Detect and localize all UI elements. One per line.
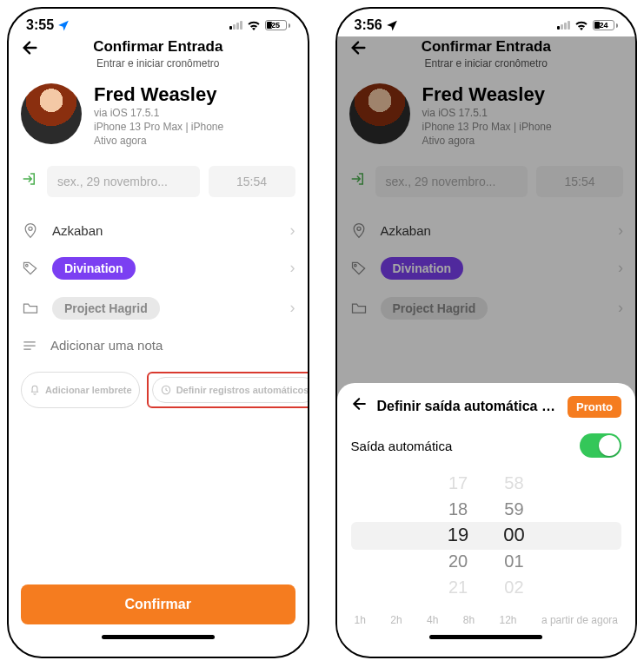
pin-icon bbox=[21, 221, 40, 239]
svg-point-1 bbox=[26, 264, 28, 267]
profile-section: Fred Weasley via iOS 17.5.1 iPhone 13 Pr… bbox=[21, 78, 295, 159]
tag-row[interactable]: Divination › bbox=[21, 248, 295, 288]
login-icon bbox=[21, 171, 38, 191]
auto-records-highlight: Definir registros automáticos bbox=[147, 372, 308, 408]
pin-icon bbox=[349, 221, 368, 239]
location-value: Azkaban bbox=[381, 223, 607, 238]
page-title: Confirmar Entrada bbox=[9, 38, 308, 56]
tag-row[interactable]: Divination › bbox=[349, 248, 624, 288]
folder-icon bbox=[349, 300, 368, 317]
status-bar: 3:55 25 bbox=[9, 9, 308, 36]
location-services-icon bbox=[57, 19, 70, 31]
location-row[interactable]: Azkaban › bbox=[349, 213, 624, 248]
avatar bbox=[349, 83, 410, 144]
quick-2h[interactable]: 2h bbox=[390, 614, 402, 626]
confirm-button[interactable]: Confirmar bbox=[21, 584, 295, 624]
project-pill: Project Hagrid bbox=[52, 297, 160, 320]
battery-icon: 24 bbox=[593, 20, 618, 30]
profile-os: via iOS 17.5.1 bbox=[422, 106, 552, 120]
time-picker[interactable]: 17 18 19 20 21 58 59 00 01 02 bbox=[351, 472, 622, 602]
project-row[interactable]: Project Hagrid › bbox=[349, 288, 624, 328]
toggle-label: Saída automática bbox=[351, 439, 453, 453]
time-field[interactable]: 15:54 bbox=[209, 166, 295, 197]
datetime-row: sex., 29 novembro... 15:54 bbox=[21, 166, 295, 197]
minute-column[interactable]: 58 59 00 01 02 bbox=[503, 472, 524, 600]
home-indicator[interactable] bbox=[429, 635, 542, 639]
phone-left: 3:55 25 Confirmar Entrada Entrar e inici… bbox=[7, 7, 309, 658]
chevron-right-icon: › bbox=[618, 221, 623, 240]
svg-point-0 bbox=[29, 227, 32, 230]
date-field[interactable]: sex., 29 novembro... bbox=[375, 166, 528, 197]
location-row[interactable]: Azkaban › bbox=[21, 213, 295, 248]
wifi-icon bbox=[574, 18, 588, 33]
cellular-signal-icon bbox=[229, 21, 242, 30]
svg-point-3 bbox=[356, 227, 360, 230]
note-row[interactable] bbox=[21, 328, 295, 363]
sheet-back-button[interactable] bbox=[351, 395, 368, 418]
chevron-right-icon: › bbox=[618, 299, 623, 317]
datetime-row: sex., 29 novembro... 15:54 bbox=[349, 166, 624, 197]
auto-records-chip[interactable]: Definir registros automáticos bbox=[152, 377, 308, 403]
quick-12h[interactable]: 12h bbox=[500, 614, 517, 626]
quick-now[interactable]: a partir de agora bbox=[541, 614, 618, 626]
chevron-right-icon: › bbox=[290, 299, 295, 317]
tag-icon bbox=[21, 260, 40, 277]
tag-pill: Divination bbox=[381, 257, 464, 280]
project-pill: Project Hagrid bbox=[381, 297, 488, 320]
page-title: Confirmar Entrada bbox=[337, 38, 636, 56]
profile-device: iPhone 13 Pro Max | iPhone bbox=[422, 120, 552, 134]
tag-icon bbox=[349, 260, 368, 277]
profile-name: Fred Weasley bbox=[422, 83, 552, 106]
location-services-icon bbox=[386, 19, 398, 31]
quick-1h[interactable]: 1h bbox=[355, 614, 366, 626]
project-row[interactable]: Project Hagrid › bbox=[21, 288, 295, 328]
time-field[interactable]: 15:54 bbox=[536, 166, 623, 197]
date-field[interactable]: sex., 29 novembro... bbox=[47, 166, 200, 197]
login-icon bbox=[349, 171, 367, 191]
page-header: Confirmar Entrada Entrar e iniciar cronô… bbox=[9, 36, 308, 78]
cellular-signal-icon bbox=[557, 21, 570, 30]
home-indicator[interactable] bbox=[102, 635, 215, 639]
auto-exit-sheet: Definir saída automática para... Pronto … bbox=[337, 383, 636, 646]
note-icon bbox=[21, 337, 38, 354]
profile-os: via iOS 17.5.1 bbox=[94, 106, 223, 120]
status-bar: 3:56 24 bbox=[337, 9, 636, 36]
tag-pill: Divination bbox=[52, 257, 136, 280]
folder-icon bbox=[21, 300, 40, 317]
bell-icon bbox=[29, 384, 41, 396]
chevron-right-icon: › bbox=[290, 259, 295, 277]
sheet-title: Definir saída automática para... bbox=[377, 399, 560, 414]
page-header: Confirmar Entrada Entrar e iniciar cronô… bbox=[337, 36, 636, 78]
phone-right: 3:56 24 Confirmar Entrada Entrar e inici… bbox=[335, 7, 638, 658]
clock-sync-icon bbox=[160, 384, 172, 396]
back-button[interactable] bbox=[349, 38, 368, 63]
quick-4h[interactable]: 4h bbox=[427, 614, 438, 626]
chevron-right-icon: › bbox=[290, 221, 295, 240]
add-reminder-chip[interactable]: Adicionar lembrete bbox=[21, 372, 140, 408]
note-input[interactable] bbox=[50, 338, 295, 353]
auto-exit-toggle[interactable] bbox=[580, 433, 621, 458]
wifi-icon bbox=[247, 18, 261, 33]
battery-icon: 25 bbox=[265, 20, 290, 30]
profile-name: Fred Weasley bbox=[94, 83, 223, 106]
back-button[interactable] bbox=[21, 38, 40, 63]
chevron-right-icon: › bbox=[618, 259, 623, 277]
avatar bbox=[21, 83, 82, 144]
status-time: 3:56 bbox=[355, 17, 382, 33]
location-value: Azkaban bbox=[52, 223, 278, 238]
profile-device: iPhone 13 Pro Max | iPhone bbox=[94, 120, 223, 134]
profile-section: Fred Weasley via iOS 17.5.1 iPhone 13 Pr… bbox=[349, 78, 624, 159]
hour-column[interactable]: 17 18 19 20 21 bbox=[448, 472, 468, 600]
profile-status: Ativo agora bbox=[94, 134, 223, 148]
done-button[interactable]: Pronto bbox=[568, 396, 621, 418]
quick-duration-row: 1h 2h 4h 8h 12h a partir de agora bbox=[351, 602, 622, 630]
svg-point-4 bbox=[354, 264, 356, 267]
page-subtitle: Entrar e iniciar cronômetro bbox=[337, 57, 636, 69]
profile-status: Ativo agora bbox=[422, 134, 552, 148]
status-time: 3:55 bbox=[26, 17, 54, 33]
page-subtitle: Entrar e iniciar cronômetro bbox=[9, 57, 308, 69]
quick-8h[interactable]: 8h bbox=[463, 614, 475, 626]
